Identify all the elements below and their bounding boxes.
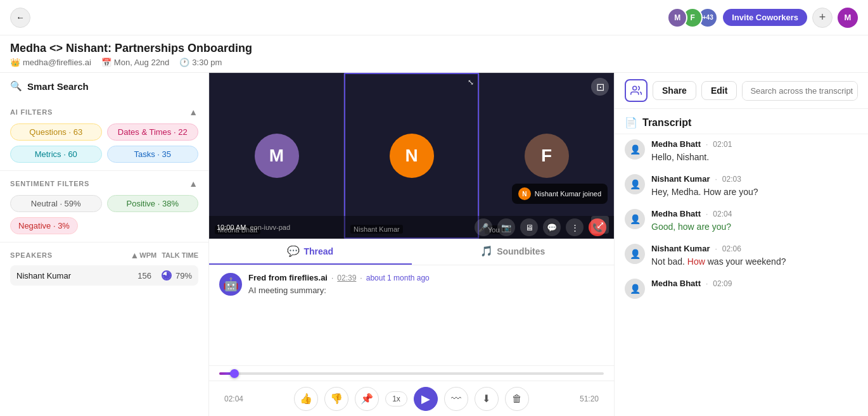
t-meta-1: Medha Bhatt · 02:01 (651, 139, 858, 149)
thumbs-up-button[interactable]: 👍 (294, 387, 318, 411)
t-meta-4: Nishant Kumar · 02:06 (651, 244, 858, 253)
chat-time[interactable]: 02:39 (337, 274, 356, 282)
chat-message-item: 🤖 Fred from fireflies.ai · 02:39 · about… (219, 273, 604, 297)
share-button[interactable]: Share (653, 81, 696, 100)
speakers-title: SPEAKERS ▲ (10, 250, 139, 260)
t-text-3: Good, how are you? (651, 220, 858, 234)
chat-meta: Fred from fireflies.ai · 02:39 · about 1… (248, 273, 604, 282)
filter-chip-tasks[interactable]: Tasks · 35 (107, 146, 199, 163)
progress-knob (230, 369, 239, 378)
screen-icon-btn[interactable]: 🖥 (520, 218, 538, 236)
fred-avatar-emoji: 🤖 (223, 277, 239, 292)
ai-filters-collapse[interactable]: ▲ (189, 107, 198, 117)
t-dot-2: · (715, 175, 717, 184)
speed-button[interactable]: 1x (385, 391, 407, 407)
filter-chip-questions[interactable]: Questions · 63 (10, 123, 102, 141)
t-time-2: 02:03 (722, 175, 741, 184)
edit-button[interactable]: Edit (701, 81, 737, 100)
fullscreen-btn[interactable]: ⤢ (591, 216, 609, 234)
chat-content: Fred from fireflies.ai · 02:39 · about 1… (248, 273, 604, 297)
transcript-messages: 👤 Medha Bhatt · 02:01 Hello, Nishant. 👤 … (615, 134, 868, 416)
t-speaker-4: Nishant Kumar (651, 244, 710, 253)
t-avatar-nishant-2: 👤 (625, 244, 645, 264)
video-grid: M Medha Bhatt N Nishant Kumar ⤡ F You (209, 73, 614, 239)
t-speaker-1: Medha Bhatt (651, 139, 701, 149)
chat-text: AI meeting summary: (248, 284, 604, 297)
t-dot-4: · (715, 244, 717, 253)
join-notification: N Nishant Kumar joined (512, 184, 608, 204)
pip-button[interactable]: ⊡ (591, 78, 609, 96)
invite-group: M F +43 Invite Coworkers + M (667, 8, 858, 28)
t-speaker-3: Medha Bhatt (651, 209, 701, 218)
search-transcript-input[interactable] (743, 82, 858, 100)
delete-button[interactable]: 🗑 (505, 387, 529, 411)
filter-chip-metrics[interactable]: Metrics · 60 (10, 146, 102, 163)
speakers-collapse[interactable]: ▲ (131, 250, 140, 260)
t-dot-1: · (706, 140, 708, 149)
speakers-meta-labels: WPM TALK TIME (139, 251, 198, 259)
video-timestamp: 10:00 AM (217, 224, 246, 231)
waveform-button[interactable]: 〰 (444, 387, 468, 411)
t-avatar-medha-2: 👤 (625, 209, 645, 229)
t-content-3: Medha Bhatt · 02:04 Good, how are you? (651, 209, 858, 234)
invite-coworkers-button[interactable]: Invite Coworkers (723, 9, 807, 26)
tab-thread[interactable]: 💬 Thread (209, 239, 412, 265)
video-expand-icon[interactable]: ⤡ (468, 78, 474, 87)
filter-chip-dates[interactable]: Dates & Times · 22 (107, 123, 199, 141)
thread-tab-label: Thread (303, 246, 333, 256)
back-button[interactable]: ← (10, 8, 30, 28)
clock-icon: 🕐 (179, 58, 189, 67)
chat-icon-btn[interactable]: 💬 (543, 218, 561, 236)
speaker-name: Nishant Kumar (16, 271, 137, 280)
thumbs-down-button[interactable]: 👎 (324, 387, 348, 411)
avatar-medha: M (667, 8, 687, 28)
meeting-title: Medha <> Nishant: Partnerships Onboardin… (10, 42, 858, 55)
t-speaker-5: Medha Bhatt (651, 279, 701, 288)
tab-soundbites[interactable]: 🎵 Soundbites (412, 239, 615, 265)
speakers-header-row: SPEAKERS ▲ WPM TALK TIME (10, 250, 198, 260)
pin-button[interactable]: 📌 (355, 387, 379, 411)
transcript-toolbar: Share Edit 🔍 (615, 73, 868, 109)
search-transcript-container: 🔍 (742, 81, 858, 101)
filter-chip-negative[interactable]: Negative · 3% (10, 217, 78, 234)
t-avatar-nishant-1: 👤 (625, 174, 645, 194)
play-pause-button[interactable]: ▶ (414, 387, 438, 411)
center-panel: M Medha Bhatt N Nishant Kumar ⤡ F You (209, 73, 615, 416)
transcript-title: Transcript (642, 117, 691, 129)
t-content-5: Medha Bhatt · 02:09 (651, 279, 858, 299)
t-text-4: Not bad. How was your weekend? (651, 255, 858, 268)
speaker-wpm: 156 (137, 271, 151, 280)
camera-icon-btn[interactable]: 📷 (497, 218, 515, 236)
add-button[interactable]: + (812, 8, 833, 28)
date-text: Mon, Aug 22nd (114, 58, 169, 67)
transcript-msg-4: 👤 Nishant Kumar · 02:06 Not bad. How was… (625, 244, 858, 268)
top-nav: ← M F +43 Invite Coworkers + M (0, 0, 868, 35)
mic-icon-btn[interactable]: 🎤 (475, 218, 492, 236)
progress-track[interactable] (219, 372, 604, 375)
meeting-header: Medha <> Nishant: Partnerships Onboardin… (0, 35, 868, 73)
smart-search-icon: 🔍 (10, 80, 22, 92)
meeting-meta: 👑 medha@fireflies.ai 📅 Mon, Aug 22nd 🕐 3… (10, 58, 858, 67)
email-text: medha@fireflies.ai (23, 58, 91, 67)
video-icons: 🎤 📷 🖥 💬 ⋮ 📞 (475, 218, 606, 236)
user-avatar: M (838, 8, 858, 28)
filter-chip-neutral[interactable]: Neutral · 59% (10, 195, 102, 212)
meta-date: 📅 Mon, Aug 22nd (101, 58, 169, 67)
participants-icon-button[interactable] (625, 79, 648, 102)
t-dot-3: · (706, 210, 708, 218)
t-meta-2: Nishant Kumar · 02:03 (651, 174, 858, 184)
back-icon: ← (16, 13, 24, 22)
chat-sender: Fred from fireflies.ai (248, 273, 328, 282)
avatar-nishant-video: N (390, 134, 434, 178)
filter-chip-positive[interactable]: Positive · 38% (107, 195, 199, 212)
soundbites-tab-label: Soundbites (497, 246, 545, 256)
video-controls-bar: 10:00 AM eon-iuvv-pad 🎤 📷 🖥 💬 ⋮ 📞 ⤢ (209, 216, 614, 239)
download-button[interactable]: ⬇ (475, 387, 499, 411)
video-session-label: eon-iuvv-pad (250, 224, 290, 231)
t-time-5: 02:09 (713, 279, 732, 288)
sentiment-filters-collapse[interactable]: ▲ (189, 179, 198, 189)
progress-slider-row (209, 365, 614, 381)
meta-time: 🕐 3:30 pm (179, 58, 222, 67)
more-icon-btn[interactable]: ⋮ (566, 218, 584, 236)
t-meta-3: Medha Bhatt · 02:04 (651, 209, 858, 218)
